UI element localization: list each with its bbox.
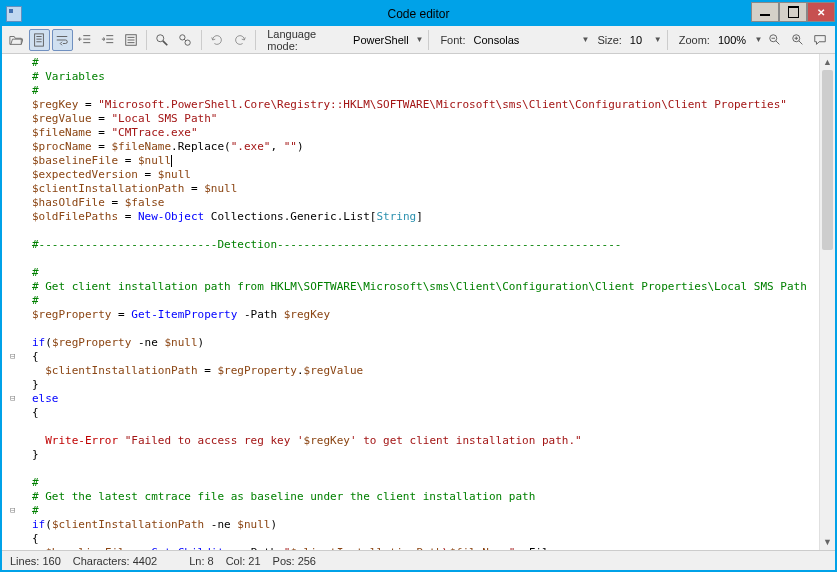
wrap-icon <box>55 33 69 47</box>
svg-line-17 <box>798 40 802 44</box>
wrap-button[interactable] <box>52 29 73 51</box>
editor-area: ⊟ ⊟ ⊟ # # Variables # $regKey = "Microso… <box>2 54 835 550</box>
status-line-number: Ln: 8 <box>189 555 213 567</box>
status-lines: Lines: 160 <box>10 555 61 567</box>
indent-icon <box>101 33 115 47</box>
text-cursor <box>171 155 172 167</box>
size-select[interactable]: 10 <box>624 33 650 47</box>
toolbar-separator <box>428 30 429 50</box>
zoom-out-button[interactable] <box>764 29 785 51</box>
feedback-button[interactable] <box>810 29 831 51</box>
redo-button[interactable] <box>229 29 250 51</box>
scroll-up-button[interactable]: ▲ <box>820 54 835 70</box>
status-position: Pos: 256 <box>273 555 316 567</box>
search-icon <box>155 33 169 47</box>
zoom-out-icon <box>768 33 782 47</box>
font-select[interactable]: Consolas <box>467 33 577 47</box>
window-controls <box>751 2 835 22</box>
minimize-button[interactable] <box>751 2 779 22</box>
dropdown-icon[interactable]: ▼ <box>654 35 662 44</box>
svg-line-12 <box>184 39 186 41</box>
svg-line-14 <box>776 40 780 44</box>
outdent-icon <box>78 33 92 47</box>
size-label: Size: <box>597 34 621 46</box>
undo-button[interactable] <box>207 29 228 51</box>
zoom-in-icon <box>791 33 805 47</box>
document-icon <box>32 33 46 47</box>
vertical-scrollbar[interactable]: ▲ ▼ <box>819 54 835 550</box>
close-button[interactable] <box>807 2 835 22</box>
fold-minus-icon[interactable]: ⊟ <box>10 349 15 363</box>
speech-bubble-icon <box>813 33 827 47</box>
folder-open-icon <box>9 33 23 47</box>
maximize-button[interactable] <box>779 2 807 22</box>
language-select[interactable]: PowerShell <box>347 33 411 47</box>
dropdown-icon[interactable]: ▼ <box>581 35 589 44</box>
undo-icon <box>210 33 224 47</box>
toolbar: Language mode: PowerShell▼ Font: Consola… <box>2 26 835 54</box>
zoom-select[interactable]: 100% <box>712 33 751 47</box>
indent-button[interactable] <box>97 29 118 51</box>
zoom-label: Zoom: <box>679 34 710 46</box>
dropdown-icon[interactable]: ▼ <box>754 35 762 44</box>
toolbar-separator <box>667 30 668 50</box>
status-characters: Characters: 4402 <box>73 555 157 567</box>
scroll-track[interactable] <box>820 70 835 534</box>
toolbar-separator <box>255 30 256 50</box>
zoom-in-button[interactable] <box>787 29 808 51</box>
toolbar-separator <box>146 30 147 50</box>
open-file-button[interactable] <box>6 29 27 51</box>
list-icon <box>124 33 138 47</box>
svg-point-8 <box>157 34 164 41</box>
font-label: Font: <box>440 34 465 46</box>
fold-minus-icon[interactable]: ⊟ <box>10 391 15 405</box>
toolbar-separator <box>201 30 202 50</box>
list-button[interactable] <box>120 29 141 51</box>
scroll-down-button[interactable]: ▼ <box>820 534 835 550</box>
dropdown-icon[interactable]: ▼ <box>416 35 424 44</box>
language-label: Language mode: <box>267 28 345 52</box>
replace-icon <box>178 33 192 47</box>
status-bar: Lines: 160 Characters: 4402 Ln: 8 Col: 2… <box>2 550 835 570</box>
document-button[interactable] <box>29 29 50 51</box>
code-editor[interactable]: # # Variables # $regKey = "Microsoft.Pow… <box>24 54 819 550</box>
fold-gutter[interactable]: ⊟ ⊟ ⊟ <box>2 54 24 550</box>
redo-icon <box>233 33 247 47</box>
outdent-button[interactable] <box>75 29 96 51</box>
window-title: Code editor <box>387 7 449 21</box>
fold-minus-icon[interactable]: ⊟ <box>10 503 15 517</box>
find-button[interactable] <box>152 29 173 51</box>
replace-button[interactable] <box>175 29 196 51</box>
app-icon <box>6 6 22 22</box>
status-column: Col: 21 <box>226 555 261 567</box>
scroll-thumb[interactable] <box>822 70 833 250</box>
title-bar: Code editor <box>2 2 835 26</box>
svg-rect-0 <box>35 33 44 45</box>
svg-line-9 <box>163 40 167 44</box>
